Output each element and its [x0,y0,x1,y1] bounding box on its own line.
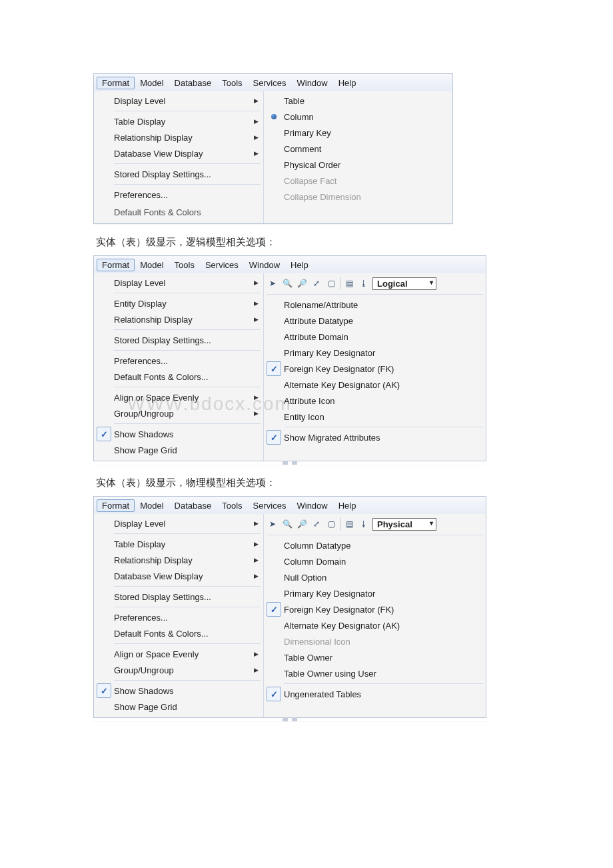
submenu-show-migrated-attributes[interactable]: ✓Show Migrated Attributes [264,429,486,445]
screenshot-1: Format Model Database Tools Services Win… [93,73,453,224]
menu-model[interactable]: Model [135,259,169,271]
item-group-ungroup[interactable]: Group/Ungroup▶ [94,405,263,421]
submenu-attribute-domain[interactable]: Attribute Domain [264,329,486,345]
zoom-reset-icon[interactable]: ▢ [325,518,337,530]
menu-help[interactable]: Help [333,77,362,89]
save-icon[interactable]: ⭳ [358,277,370,289]
item-default-fonts-colors[interactable]: Default Fonts & Colors [94,204,263,220]
submenu-ungenerated-tables[interactable]: ✓Ungenerated Tables [264,686,486,702]
menu-model[interactable]: Model [135,499,169,512]
submenu-physical-order[interactable]: Physical Order [264,157,452,173]
submenu-null-option[interactable]: Null Option [264,569,486,585]
item-table-display[interactable]: Table Display▶ [94,113,263,129]
menu-help[interactable]: Help [285,259,314,271]
item-database-view-display[interactable]: Database View Display▶ [94,145,263,161]
submenu-table-owner[interactable]: Table Owner [264,649,486,665]
menu-help[interactable]: Help [333,499,362,512]
item-preferences[interactable]: Preferences... [94,353,263,369]
submenu-arrow-icon: ▶ [254,300,263,307]
model-type-combo[interactable]: Physical [372,518,436,531]
submenu-foreign-key-designator[interactable]: ✓Foreign Key Designator (FK) [264,361,486,377]
submenu-attribute-icon[interactable]: Attribute Icon [264,393,486,409]
submenu-foreign-key-designator[interactable]: ✓Foreign Key Designator (FK) [264,601,486,617]
zoom-reset-icon[interactable]: ▢ [325,277,337,289]
model-type-combo[interactable]: Logical [372,277,436,290]
save-icon[interactable]: ⭳ [358,518,370,530]
submenu-primary-key-designator[interactable]: Primary Key Designator [264,585,486,601]
display-level-submenu: Table Column Primary Key Comment Physica… [263,91,452,223]
menu-tools[interactable]: Tools [169,259,200,271]
menubar: Format Model Database Tools Services Win… [93,496,486,514]
menu-window[interactable]: Window [291,499,332,512]
menu-tools[interactable]: Tools [217,77,247,89]
submenu-primary-key-designator[interactable]: Primary Key Designator [264,345,486,361]
submenu-dimensional-icon: Dimensional Icon [264,633,486,649]
submenu-alternate-key-designator[interactable]: Alternate Key Designator (AK) [264,377,486,393]
submenu-attribute-datatype[interactable]: Attribute Datatype [264,313,486,329]
menu-database[interactable]: Database [169,77,217,89]
item-show-page-grid[interactable]: Show Page Grid [94,699,263,715]
menu-services[interactable]: Services [248,77,292,89]
item-display-level[interactable]: Display Level▶ [94,93,263,109]
submenu-arrow-icon: ▶ [254,134,263,141]
submenu-rolename-attribute[interactable]: Rolename/Attribute [264,297,486,313]
item-stored-display-settings[interactable]: Stored Display Settings... [94,589,263,605]
menu-services[interactable]: Services [248,499,292,512]
item-align-space-evenly[interactable]: Align or Space Evenly▶ [94,389,263,405]
menu-database[interactable]: Database [169,499,217,512]
submenu-comment[interactable]: Comment [264,141,452,157]
submenu-entity-icon[interactable]: Entity Icon [264,409,486,425]
item-show-shadows[interactable]: ✓Show Shadows [94,426,263,442]
stack-icon[interactable]: ▤ [343,518,355,530]
checkmark-icon: ✓ [267,361,281,376]
zoom-icon[interactable]: 🔎 [296,518,308,530]
item-align-space-evenly[interactable]: Align or Space Evenly▶ [94,646,263,662]
item-default-fonts-colors[interactable]: Default Fonts & Colors... [94,625,263,641]
item-table-display[interactable]: Table Display▶ [94,536,263,552]
item-entity-display[interactable]: Entity Display▶ [94,295,263,311]
menu-format[interactable]: Format [97,77,135,89]
item-stored-display-settings[interactable]: Stored Display Settings... [94,166,263,182]
item-display-level[interactable]: Display Level▶ [94,275,263,291]
menu-window[interactable]: Window [291,77,332,89]
submenu-arrow-icon: ▶ [254,118,263,125]
submenu-primary-key[interactable]: Primary Key [264,125,452,141]
item-group-ungroup[interactable]: Group/Ungroup▶ [94,662,263,678]
submenu-alternate-key-designator[interactable]: Alternate Key Designator (AK) [264,617,486,633]
pointer-icon[interactable]: ➤ [267,277,279,289]
item-preferences[interactable]: Preferences... [94,609,263,625]
submenu-table[interactable]: Table [264,93,452,109]
item-default-fonts-colors[interactable]: Default Fonts & Colors... [94,369,263,385]
zoom-fit-icon[interactable]: ⤢ [310,277,322,289]
item-stored-display-settings[interactable]: Stored Display Settings... [94,332,263,348]
menu-model[interactable]: Model [135,77,169,89]
submenu-table-owner-using-user[interactable]: Table Owner using User [264,665,486,681]
submenu-arrow-icon: ▶ [254,97,263,104]
menu-services[interactable]: Services [200,259,244,271]
item-relationship-display[interactable]: Relationship Display▶ [94,311,263,327]
item-relationship-display[interactable]: Relationship Display▶ [94,552,263,568]
submenu-column-domain[interactable]: Column Domain [264,553,486,569]
item-relationship-display[interactable]: Relationship Display▶ [94,129,263,145]
item-show-shadows[interactable]: ✓Show Shadows [94,683,263,699]
zoom-fit-icon[interactable]: ⤢ [310,518,322,530]
item-preferences[interactable]: Preferences... [94,187,263,203]
zoom-icon[interactable]: 🔎 [296,277,308,289]
zoom-in-icon[interactable]: 🔍 [281,518,293,530]
menu-tools[interactable]: Tools [217,499,247,512]
menu-window[interactable]: Window [244,259,285,271]
toolbar-divider [340,517,340,531]
item-database-view-display[interactable]: Database View Display▶ [94,568,263,584]
stack-icon[interactable]: ▤ [343,277,355,289]
submenu-column[interactable]: Column [264,109,452,125]
pointer-icon[interactable]: ➤ [267,518,279,530]
item-display-level[interactable]: Display Level▶ [94,515,263,531]
menu-format[interactable]: Format [97,259,135,271]
toolbar-divider [340,277,340,290]
zoom-in-icon[interactable]: 🔍 [281,277,293,289]
submenu-column-datatype[interactable]: Column Datatype [264,537,486,553]
submenu-arrow-icon: ▶ [254,279,263,286]
submenu-arrow-icon: ▶ [254,651,263,657]
menu-format[interactable]: Format [97,499,135,512]
item-show-page-grid[interactable]: Show Page Grid [94,442,263,458]
